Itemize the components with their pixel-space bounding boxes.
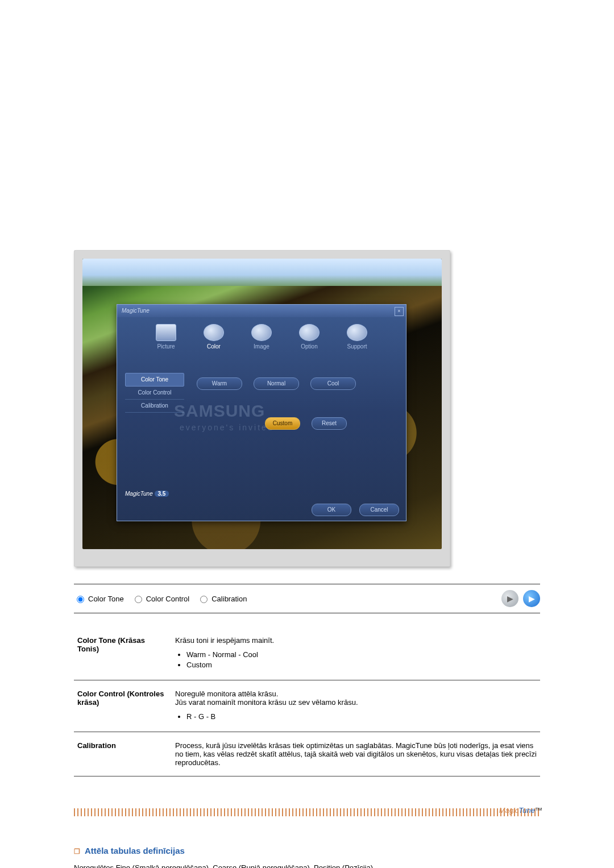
section-divider: MagicTune™ <box>74 808 540 816</box>
radio-calibration[interactable] <box>200 596 208 603</box>
play-prev-icon: ▶ <box>507 594 513 603</box>
radio-color-tone-label: Color Tone <box>88 595 124 603</box>
calibration-term: Calibration <box>74 732 172 776</box>
nav-color[interactable]: Color <box>194 324 234 350</box>
window-title: MagicTune <box>117 305 406 317</box>
magictune-logo: MagicTune 3.5 <box>125 491 169 497</box>
radio-color-control-label: Color Control <box>146 595 190 603</box>
color-control-desc: Noregulē monitora attēla krāsu. Jūs vara… <box>172 680 540 732</box>
nav-picture[interactable]: Picture <box>146 324 186 350</box>
nav-support[interactable]: Support <box>337 324 377 350</box>
color-icon <box>204 324 224 341</box>
color-tab-radios: Color Tone Color Control Calibration <box>74 594 252 603</box>
radio-color-control[interactable] <box>135 596 142 603</box>
tone-warm-button[interactable]: Warm <box>197 377 242 390</box>
support-icon <box>347 324 367 341</box>
next-button[interactable]: ▶ <box>523 590 540 607</box>
divider <box>74 613 540 613</box>
section-body: Noregulētos Fine (Smalkā noregulēšana), … <box>74 863 540 868</box>
definitions-table: Color Tone (Krāsas Tonis) Krāsu toni ir … <box>74 627 540 776</box>
nav-image[interactable]: Image <box>242 324 281 350</box>
monitor-frame: MagicTune × Picture Color <box>74 250 450 567</box>
tone-normal-button[interactable]: Normal <box>254 377 299 390</box>
watermark-brand: SAMSUNG <box>174 401 265 421</box>
cancel-button[interactable]: Cancel <box>359 504 399 516</box>
ok-button[interactable]: OK <box>312 504 351 516</box>
table-row: Calibration Process, kurā jūsu izvelētās… <box>74 732 540 776</box>
reset-button[interactable]: Reset <box>312 417 347 430</box>
table-row: Color Tone (Krāsas Tonis) Krāsu toni ir … <box>74 627 540 680</box>
custom-button[interactable]: Custom <box>265 417 300 430</box>
nav-option[interactable]: Option <box>289 324 329 350</box>
close-icon[interactable]: × <box>395 307 404 316</box>
watermark-tagline: everyone's invited <box>180 423 274 432</box>
desktop-wallpaper: MagicTune × Picture Color <box>82 259 442 549</box>
color-tone-desc: Krāsu toni ir iespējams mainīt. Warm - N… <box>172 627 540 680</box>
play-next-icon: ▶ <box>529 594 535 603</box>
side-color-tone[interactable]: Color Tone <box>125 373 184 387</box>
color-tone-term: Color Tone (Krāsas Tonis) <box>74 627 172 680</box>
color-control-term: Color Control (Kontroles krāsa) <box>74 680 172 732</box>
section-heading: Attēla tabulas definīcijas <box>74 846 540 855</box>
magictune-window: MagicTune × Picture Color <box>117 304 406 521</box>
magictune-logo-small: MagicTune™ <box>499 806 542 815</box>
prev-button[interactable]: ▶ <box>501 590 518 607</box>
calibration-desc: Process, kurā jūsu izvelētās krāsas tiek… <box>172 732 540 776</box>
option-icon <box>299 324 320 341</box>
radio-calibration-label: Calibration <box>211 595 247 603</box>
image-icon <box>251 324 272 341</box>
side-color-control[interactable]: Color Control <box>125 387 184 400</box>
tone-cool-button[interactable]: Cool <box>310 377 356 390</box>
table-row: Color Control (Kontroles krāsa) Noregulē… <box>74 680 540 732</box>
picture-icon <box>156 324 176 341</box>
radio-color-tone[interactable] <box>77 596 84 603</box>
